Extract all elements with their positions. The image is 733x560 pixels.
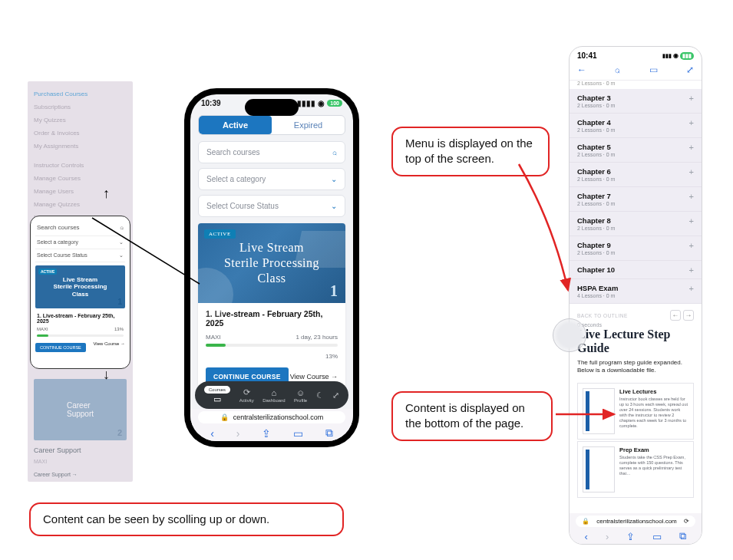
chapter-sub: 2 Lessons · 0 m (577, 127, 694, 133)
chapter-row[interactable]: Chapter 82 Lessons · 0 m+ (570, 212, 702, 236)
category-label: Select a category (37, 239, 78, 245)
status-time: 10:39 (201, 99, 221, 107)
nav-dashboard[interactable]: ⌂ Dashboard (262, 388, 285, 403)
chapter-name: Chapter 5 (577, 143, 694, 151)
url-bar[interactable]: 🔒 centralsterilizationschool.com ⟳ (576, 516, 695, 527)
chapter-row[interactable]: Chapter 32 Lessons · 0 m+ (570, 89, 702, 114)
prev-button[interactable]: ← (670, 310, 681, 321)
category-select[interactable]: Select a category ⌄ (35, 236, 125, 249)
nav-label: Dashboard (262, 398, 285, 403)
page-desc: The full program step guide expanded. Be… (570, 359, 702, 380)
course-hero[interactable]: ACTIVE Live Stream Sterile Processing Cl… (198, 223, 345, 303)
ghost-link[interactable]: Career Support → (34, 472, 127, 477)
back-icon[interactable]: ← (577, 64, 586, 75)
sidebar-item[interactable]: Manage Users (32, 185, 128, 198)
progress-meta: MAXI 13% (35, 325, 125, 333)
doc-info: Prep ExamStudents take the CSS Prep Exam… (619, 446, 688, 492)
sidebar-item[interactable]: Purchased Courses (32, 87, 128, 100)
wifi-icon: ◉ (318, 99, 325, 107)
view-course-link[interactable]: View Course → (290, 373, 338, 380)
url-text: centralsterilizationschool.com (596, 518, 677, 525)
dashboard-icon: ⌂ (272, 388, 277, 397)
active-badge: ACTIVE (38, 268, 57, 275)
continue-course-button[interactable]: CONTINUE COURSE (35, 343, 86, 352)
bookmarks-icon[interactable]: ▭ (652, 531, 662, 542)
page-title: Live Lecture Step Guide (570, 328, 702, 359)
callout-content: Content is displayed on the bottom of th… (391, 391, 553, 441)
battery-icon: ▮▮▮ (680, 52, 694, 60)
nav-dark-mode[interactable]: ☾ (316, 390, 324, 400)
chapter-sub: 2 Lessons · 0 m (577, 103, 694, 108)
ghost-course-hero[interactable]: Career Support 2 (34, 379, 127, 440)
back-icon[interactable]: ‹ (210, 427, 214, 440)
breadcrumb[interactable]: BACK TO OUTLINE (577, 313, 628, 318)
download-card[interactable]: Prep ExamStudents take the CSS Prep Exam… (577, 441, 694, 498)
plus-icon: + (689, 216, 694, 226)
share-icon[interactable]: ⇪ (262, 427, 271, 440)
tabs-icon[interactable]: ⧉ (325, 427, 333, 440)
display-icon[interactable]: ▭ (649, 64, 658, 75)
view-course-link[interactable]: View Course → (93, 341, 125, 346)
wifi-icon: ◉ (673, 52, 679, 59)
panel1-below: Career Support 2 Career Support MAXI Car… (28, 373, 133, 482)
bookmarks-icon[interactable]: ▭ (293, 427, 303, 440)
tab-active[interactable]: Active (199, 116, 272, 134)
share-icon[interactable]: ⇪ (626, 531, 635, 542)
chapter-row[interactable]: HSPA Exam4 Lessons · 0 m+ (570, 279, 702, 304)
content-header: BACK TO OUTLINE ← → (570, 304, 702, 322)
next-button[interactable]: → (683, 310, 694, 321)
course-number: 1 (330, 282, 338, 300)
download-card[interactable]: Live LecturesInstructor book classes are… (577, 383, 694, 440)
search-input[interactable]: Search courses (198, 141, 345, 163)
nav-expand[interactable]: ⤢ (332, 390, 339, 400)
status-select[interactable]: Select Course Status ⌄ (35, 249, 125, 262)
plus-icon: + (689, 192, 694, 201)
url-text: centralsterilizationschool.com (233, 413, 324, 421)
status-select[interactable]: Select Course Status ⌄ (198, 195, 345, 217)
sidebar-item[interactable]: Order & Invoices (32, 127, 128, 140)
course-hero[interactable]: ACTIVE Live Stream Sterile Processing Cl… (35, 265, 125, 308)
decorative-blur-circle (553, 318, 586, 352)
chapter-row[interactable]: Chapter 10+ (570, 261, 702, 279)
chapter-row[interactable]: Chapter 62 Lessons · 0 m+ (570, 163, 702, 187)
status-label: Select Course Status (37, 252, 87, 259)
sidebar-item[interactable]: Manage Quizzes (32, 198, 128, 211)
tabs-icon[interactable]: ⧉ (679, 530, 686, 542)
sidebar-item[interactable]: Instructor Controls (32, 159, 128, 172)
sidebar-item[interactable]: My Assignments (32, 140, 128, 153)
back-icon[interactable]: ‹ (585, 531, 588, 542)
doc-text: Students take the CSS Prep Exam, complet… (619, 455, 688, 477)
url-bar[interactable]: 🔒 centralsterilizationschool.com (198, 411, 345, 423)
phone-screen: 10:39 ▮▮▮▮ ◉ 100 Active Expired Search c… (190, 94, 353, 441)
search-input[interactable]: Search courses (35, 221, 125, 236)
bottom-nav: Courses ▭ ⟳ Activity ⌂ Dashboard ☺ Profi… (195, 381, 348, 409)
plus-icon: + (689, 241, 694, 250)
lock-icon: 🔒 (220, 413, 229, 421)
search-icon[interactable] (615, 64, 620, 75)
tab-expired[interactable]: Expired (272, 116, 345, 134)
profile-icon: ☺ (296, 388, 305, 397)
category-select[interactable]: Select a category ⌄ (198, 168, 345, 190)
sidebar-item[interactable]: Subscriptions (32, 100, 128, 114)
chapter-name: Chapter 9 (577, 241, 694, 249)
nav-activity[interactable]: ⟳ Activity (239, 387, 254, 403)
chapter-row[interactable]: Chapter 42 Lessons · 0 m+ (570, 114, 702, 138)
chapter-row[interactable]: Chapter 72 Lessons · 0 m+ (570, 187, 702, 212)
reload-icon[interactable]: ⟳ (684, 518, 689, 525)
sidebar-item[interactable]: My Quizzes (32, 114, 128, 127)
doc-info: Live LecturesInstructor book classes are… (619, 388, 688, 434)
safari-bar: 🔒 centralsterilizationschool.com ⟳ ‹ › ⇪… (570, 513, 702, 544)
chapter-row[interactable]: Chapter 52 Lessons · 0 m+ (570, 138, 702, 163)
chapter-name: Chapter 3 (577, 94, 694, 102)
forward-icon[interactable]: › (606, 531, 609, 542)
forward-icon[interactable]: › (236, 427, 240, 440)
nav-profile[interactable]: ☺ Profile (294, 388, 307, 403)
expand-icon[interactable]: ⤢ (686, 64, 694, 75)
chapter-row[interactable]: Chapter 92 Lessons · 0 m+ (570, 236, 702, 261)
moon-icon: ☾ (316, 390, 324, 400)
sidebar-item[interactable]: Manage Courses (32, 172, 128, 185)
progress-pct: 13% (114, 327, 124, 331)
progress-pct: 13% (325, 353, 338, 360)
nav-courses[interactable]: Courses ▭ (204, 386, 230, 404)
lock-icon: 🔒 (582, 518, 589, 525)
